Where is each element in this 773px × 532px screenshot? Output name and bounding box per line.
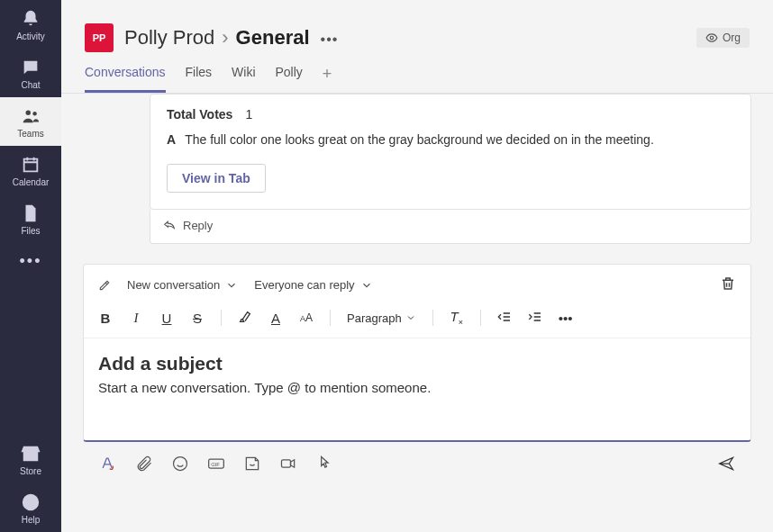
compose-mode-icon[interactable] xyxy=(98,279,111,292)
poll-option-letter: A xyxy=(167,131,176,149)
indent-button[interactable] xyxy=(528,310,542,327)
subject-input[interactable]: Add a subject xyxy=(84,338,750,380)
tab-wiki[interactable]: Wiki xyxy=(232,65,255,93)
svg-rect-7 xyxy=(282,460,291,467)
format-icon xyxy=(99,455,117,473)
bell-icon xyxy=(21,9,41,29)
toolbar-separator xyxy=(221,310,222,326)
store-icon xyxy=(21,444,41,464)
italic-button[interactable]: I xyxy=(129,311,143,326)
channel-name[interactable]: General xyxy=(236,26,310,50)
paperclip-icon xyxy=(135,455,153,473)
help-icon xyxy=(21,492,41,512)
org-badge[interactable]: Org xyxy=(696,28,750,48)
reply-scope-label: Everyone can reply xyxy=(254,278,354,292)
rail-label: Store xyxy=(20,466,41,476)
more-apps-button[interactable] xyxy=(315,455,333,473)
teams-icon xyxy=(21,106,41,126)
rail-help[interactable]: Help xyxy=(0,483,61,532)
sticker-icon xyxy=(243,455,261,473)
new-conversation-label: New conversation xyxy=(127,278,220,292)
app-rail: Activity Chat Teams Calendar Files ••• S… xyxy=(0,0,61,532)
chevron-down-icon xyxy=(405,312,416,323)
discard-button[interactable] xyxy=(720,275,736,294)
tab-polly[interactable]: Polly xyxy=(276,65,303,93)
svg-point-0 xyxy=(26,111,32,115)
rail-label: Calendar xyxy=(13,177,50,187)
toolbar-more[interactable]: ••• xyxy=(559,311,573,326)
send-icon xyxy=(717,455,735,473)
reply-button[interactable]: Reply xyxy=(150,210,751,244)
toolbar-separator xyxy=(480,310,481,326)
rail-files[interactable]: Files xyxy=(0,194,61,243)
message-body-input[interactable]: Start a new conversation. Type @ to ment… xyxy=(84,380,750,440)
conversation-content: Total Votes 1 A The full color one looks… xyxy=(61,94,773,532)
team-name[interactable]: Polly Prod xyxy=(124,26,214,50)
rail-label: Activity xyxy=(16,32,45,41)
svg-point-3 xyxy=(710,36,714,40)
reply-icon xyxy=(163,220,176,232)
channel-tabs: Conversations Files Wiki Polly + xyxy=(61,52,773,94)
rail-store[interactable]: Store xyxy=(0,435,61,483)
emoji-button[interactable] xyxy=(171,455,189,473)
indent-icon xyxy=(528,310,542,324)
strike-button[interactable]: S xyxy=(190,311,205,326)
breadcrumb: Polly Prod › General ••• xyxy=(124,26,338,50)
rail-chat[interactable]: Chat xyxy=(0,49,61,97)
tab-add[interactable]: + xyxy=(323,65,332,93)
calendar-icon xyxy=(21,155,41,175)
new-conversation-select[interactable]: New conversation xyxy=(127,278,238,292)
rail-teams[interactable]: Teams xyxy=(0,97,61,146)
composer-action-bar: GIF xyxy=(83,442,751,482)
rail-more[interactable]: ••• xyxy=(20,243,42,280)
send-button[interactable] xyxy=(717,455,735,473)
font-size-button[interactable]: AA xyxy=(299,311,314,324)
attach-button[interactable] xyxy=(135,455,153,473)
outdent-icon xyxy=(497,310,512,324)
poll-option-text: The full color one looks great on the gr… xyxy=(185,131,654,149)
paragraph-label: Paragraph xyxy=(347,311,402,325)
svg-point-4 xyxy=(174,457,187,471)
tab-conversations[interactable]: Conversations xyxy=(85,65,166,93)
gif-icon: GIF xyxy=(207,455,225,473)
meet-now-button[interactable] xyxy=(279,455,297,473)
rail-activity[interactable]: Activity xyxy=(0,0,61,49)
poll-total-value: 1 xyxy=(245,107,252,122)
underline-button[interactable]: U xyxy=(159,311,174,326)
bold-button[interactable]: B xyxy=(98,311,113,326)
chevron-down-icon xyxy=(360,279,373,292)
smiley-icon xyxy=(171,455,189,473)
message-composer: New conversation Everyone can reply B I … xyxy=(83,264,751,442)
main-area: PP Polly Prod › General ••• Org Conversa… xyxy=(61,0,773,532)
channel-header: PP Polly Prod › General ••• Org xyxy=(61,0,773,52)
highlight-icon xyxy=(238,310,252,324)
toolbar-separator xyxy=(432,310,433,326)
font-color-button[interactable]: A xyxy=(268,311,283,326)
svg-point-1 xyxy=(32,112,36,115)
rail-calendar[interactable]: Calendar xyxy=(0,146,61,194)
outdent-button[interactable] xyxy=(497,310,512,327)
rail-label: Chat xyxy=(21,80,40,90)
team-avatar: PP xyxy=(85,23,114,52)
reply-scope-select[interactable]: Everyone can reply xyxy=(254,278,372,292)
cursor-icon xyxy=(315,455,333,473)
sticker-button[interactable] xyxy=(243,455,261,473)
eye-icon xyxy=(705,32,718,44)
view-in-tab-button[interactable]: View in Tab xyxy=(167,164,266,193)
poll-total-label: Total Votes xyxy=(167,107,232,122)
highlight-button[interactable] xyxy=(238,310,252,327)
format-toggle-button[interactable] xyxy=(99,455,117,473)
chat-icon xyxy=(21,58,41,77)
chevron-down-icon xyxy=(225,279,238,292)
tab-files[interactable]: Files xyxy=(186,65,213,93)
svg-text:GIF: GIF xyxy=(211,462,220,467)
paragraph-select[interactable]: Paragraph xyxy=(347,311,416,325)
trash-icon xyxy=(720,275,736,292)
rail-label: Help xyxy=(22,515,41,525)
format-toolbar: B I U S A AA Paragraph T× xyxy=(84,305,750,338)
reply-label: Reply xyxy=(183,219,213,232)
video-icon xyxy=(279,455,297,473)
channel-more-icon[interactable]: ••• xyxy=(317,32,339,48)
gif-button[interactable]: GIF xyxy=(207,455,225,473)
clear-format-button[interactable]: T× xyxy=(450,309,464,327)
